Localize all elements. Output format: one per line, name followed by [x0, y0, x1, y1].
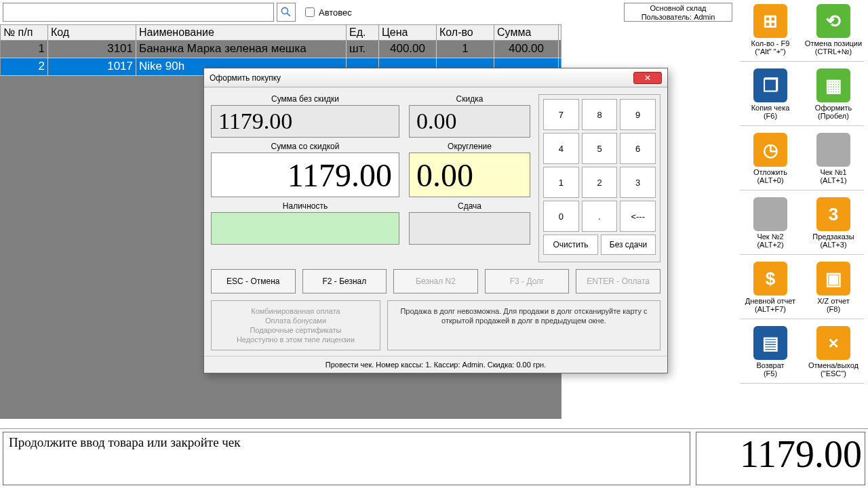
numpad-key[interactable]: 8	[582, 99, 618, 130]
file-icon: ▤	[753, 326, 787, 360]
status-message: Продолжите ввод товара или закройте чек	[3, 432, 690, 485]
clock-icon: ◷	[753, 133, 787, 167]
right-panel: ⊞Кол-во - F9("Alt" "+")⟲Отмена позиции(C…	[736, 0, 868, 394]
numpad-key[interactable]: 1	[543, 167, 579, 198]
panel-button[interactable]: ⟲Отмена позиции(CTRL+№)	[805, 4, 863, 56]
numpad-key[interactable]: <---	[620, 201, 656, 232]
debt-warning: Продажа в долг невозможна. Для продажи в…	[387, 300, 660, 350]
label-sum-no-discount: Сумма без скидки	[211, 94, 399, 104]
undo-icon: ⟲	[816, 4, 850, 38]
$-icon: $	[753, 262, 787, 296]
copy-icon: ❐	[753, 68, 787, 102]
autoscale-input[interactable]	[305, 7, 315, 17]
grid-header: № п/п Код Наименование Ед. Цена Кол-во С…	[0, 24, 561, 41]
table-row[interactable]: 13101Бананка Марка зеленая мешкашт.400.0…	[0, 41, 561, 58]
checkout-dialog: Оформить покупку ✕ Сумма без скидки 1179…	[203, 68, 668, 373]
dialog-titlebar[interactable]: Оформить покупку ✕	[204, 68, 667, 87]
×-icon: ×	[816, 326, 850, 360]
warehouse-user-info: Основной склад Пользователь: Admin	[624, 3, 732, 22]
panel-button[interactable]: ⊞Кол-во - F9("Alt" "+")	[742, 4, 800, 56]
numpad-key[interactable]: 3	[620, 167, 656, 198]
panel-button[interactable]: Чек №1(ALT+1)	[805, 133, 863, 184]
label-cash: Наличность	[211, 201, 399, 211]
value-rounding: 0.00	[409, 152, 530, 197]
esc-cancel-button[interactable]: ESC - Отмена	[211, 269, 296, 293]
search-button[interactable]	[277, 3, 296, 22]
value-discount: 0.00	[409, 105, 530, 138]
numpad-key[interactable]: 2	[582, 167, 618, 198]
autoscale-checkbox[interactable]: Автовес	[305, 7, 352, 18]
panel-button[interactable]: 3Предзаказы(ALT+3)	[805, 197, 863, 249]
blank-icon	[753, 197, 787, 231]
numpad-key[interactable]: 0	[543, 201, 579, 232]
license-info: Комбинированная оплатаОплата бонусамиПод…	[211, 300, 380, 350]
label-sum-with-discount: Сумма со скидкой	[211, 142, 399, 151]
calc-icon: ⊞	[753, 4, 787, 38]
panel-button[interactable]: ❐Копия чека(F6)	[742, 68, 800, 120]
blank-icon	[816, 133, 850, 167]
numpad-nochange[interactable]: Без сдачи	[601, 235, 656, 255]
value-cash[interactable]	[211, 212, 399, 245]
panel-button[interactable]: ×Отмена/выход("ESC")	[805, 326, 863, 378]
total-amount: 1179.00	[696, 432, 865, 485]
autoscale-label: Автовес	[319, 7, 352, 18]
panel-button[interactable]: ▦Оформить(Пробел)	[805, 68, 863, 120]
panel-button[interactable]: ▣X/Z отчет(F8)	[805, 262, 863, 313]
numpad-key[interactable]: 9	[620, 99, 656, 130]
cashless-n2-button: Безнал N2	[393, 269, 478, 293]
value-change	[409, 212, 530, 245]
bottom-bar: Продолжите ввод товара или закройте чек …	[0, 428, 868, 488]
numpad-key[interactable]: .	[582, 201, 618, 232]
dialog-actions: ESC - Отмена F2 - Безнал Безнал N2 F3 - …	[204, 269, 667, 300]
value-sum-with-discount: 1179.00	[211, 152, 399, 197]
f2-cashless-button[interactable]: F2 - Безнал	[302, 269, 387, 293]
search-icon	[279, 5, 293, 19]
search-input[interactable]	[3, 3, 274, 22]
numpad-clear[interactable]: Очистить	[543, 235, 598, 255]
value-sum-no-discount: 1179.00	[211, 105, 399, 138]
numpad-key[interactable]: 5	[582, 133, 618, 164]
xz-icon: ▣	[816, 262, 850, 296]
f3-debt-button: F3 - Долг	[485, 269, 570, 293]
numpad-key[interactable]: 4	[543, 133, 579, 164]
panel-button[interactable]: $Дневной отчет(ALT+F7)	[742, 262, 800, 313]
3-icon: 3	[816, 197, 850, 231]
dialog-footer: Провести чек. Номер кассы: 1. Кассир: Ad…	[204, 356, 667, 373]
close-button[interactable]: ✕	[633, 72, 662, 84]
panel-button[interactable]: ◷Отложить(ALT+0)	[742, 133, 800, 184]
money-icon: ▦	[816, 68, 850, 102]
numpad-key[interactable]: 7	[543, 99, 579, 130]
numpad-key[interactable]: 6	[620, 133, 656, 164]
enter-pay-button: ENTER - Оплата	[576, 269, 660, 293]
dialog-title: Оформить покупку	[210, 73, 281, 83]
panel-button[interactable]: ▤Возврат(F5)	[742, 326, 800, 378]
label-rounding: Округление	[409, 142, 530, 151]
label-discount: Скидка	[409, 94, 530, 104]
panel-button[interactable]: Чек №2(ALT+2)	[742, 197, 800, 249]
numpad: 7894561230.<---ОчиститьБез сдачи	[538, 94, 660, 262]
label-change: Сдача	[409, 201, 530, 211]
